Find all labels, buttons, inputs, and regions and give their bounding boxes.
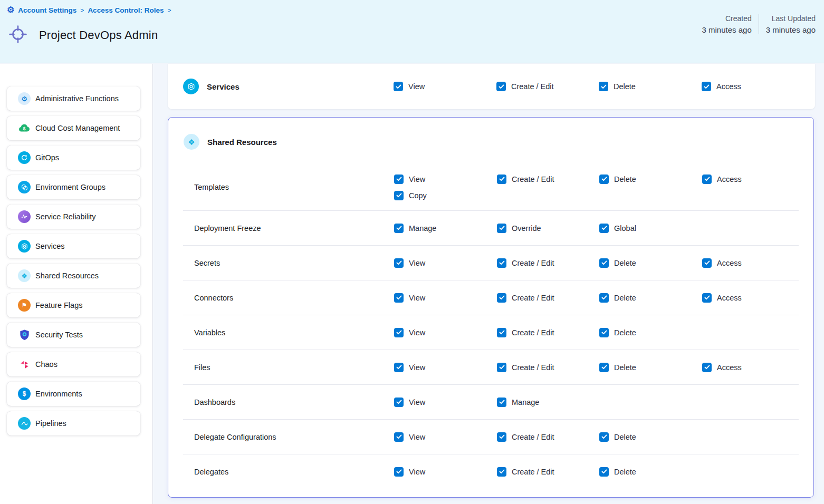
permission-cell: Manage: [497, 398, 599, 407]
permission-checkbox-create-edit[interactable]: Create / Edit: [496, 82, 554, 91]
page-header: ⚙ Account Settings > Access Control: Rol…: [0, 0, 824, 63]
breadcrumb: ⚙ Account Settings > Access Control: Rol…: [7, 6, 171, 14]
sidebar-item-environment-groups[interactable]: Environment Groups: [7, 175, 140, 199]
permission-checkbox-view[interactable]: View: [394, 82, 425, 91]
checkbox-label: Delete: [614, 259, 636, 267]
checkbox-checked-icon: [497, 398, 506, 407]
sidebar-item-feature-flags[interactable]: ⚑Feature Flags: [7, 293, 140, 317]
sidebar-item-shared-resources[interactable]: ❖Shared Resources: [7, 264, 140, 288]
permission-checkbox-copy[interactable]: Copy: [394, 191, 427, 200]
permission-checkbox-access[interactable]: Access: [702, 258, 742, 268]
breadcrumb-link-account-settings[interactable]: Account Settings: [18, 6, 76, 14]
checkbox-label: Delete: [614, 363, 636, 372]
sidebar-item-chaos[interactable]: Chaos: [7, 352, 140, 376]
permission-cell: Delete: [599, 175, 702, 184]
permission-cell: Create / Edit: [497, 467, 599, 477]
pipelines-icon: [18, 417, 31, 430]
checkbox-checked-icon: [394, 398, 404, 407]
permission-checkbox-create-edit[interactable]: Create / Edit: [497, 363, 554, 372]
permission-checkbox-create-edit[interactable]: Create / Edit: [497, 432, 554, 442]
permission-checkbox-override[interactable]: Override: [497, 224, 541, 233]
permission-checkbox-view[interactable]: View: [394, 398, 425, 407]
checkbox-label: View: [409, 328, 425, 337]
checkbox-checked-icon: [394, 175, 404, 184]
permission-cell: Delete: [599, 328, 702, 337]
checkbox-label: Access: [716, 82, 741, 91]
checkbox-checked-icon: [497, 258, 506, 268]
permission-cell: View: [394, 258, 497, 268]
resource-label: Secrets: [194, 259, 394, 267]
sidebar-item-label: Cloud Cost Management: [35, 124, 120, 132]
breadcrumb-link-access-control-roles[interactable]: Access Control: Roles: [88, 6, 164, 14]
checkbox-label: Access: [717, 175, 742, 183]
permission-checkbox-access[interactable]: Access: [702, 293, 742, 303]
security-tests-icon: [18, 328, 31, 341]
permission-checkbox-manage[interactable]: Manage: [394, 224, 436, 233]
checkbox-checked-icon: [702, 82, 711, 91]
chaos-icon: [18, 358, 31, 371]
permission-checkbox-delete[interactable]: Delete: [599, 328, 636, 337]
permission-checkbox-delete[interactable]: Delete: [599, 175, 636, 184]
permission-checkbox-access[interactable]: Access: [702, 363, 742, 372]
sidebar-item-label: Service Reliability: [35, 212, 95, 221]
permission-checkbox-view[interactable]: View: [394, 432, 425, 442]
sidebar-item-security-tests[interactable]: Security Tests: [7, 323, 140, 347]
permission-cell: Access: [702, 363, 813, 372]
permission-checkbox-view[interactable]: View: [394, 293, 425, 303]
permission-checkbox-delete[interactable]: Delete: [599, 363, 636, 372]
permission-checkbox-delete[interactable]: Delete: [599, 293, 636, 303]
permission-checkbox-delete[interactable]: Delete: [599, 432, 636, 442]
permission-checkbox-access[interactable]: Access: [702, 175, 742, 184]
permission-checkbox-view[interactable]: View: [394, 175, 425, 184]
sidebar-item-gitops[interactable]: GitOps: [7, 146, 140, 170]
permission-checkbox-view[interactable]: View: [394, 363, 425, 372]
permission-cell: Access: [702, 258, 813, 268]
resource-label: Delegates: [194, 468, 394, 476]
sidebar-item-label: Environment Groups: [35, 183, 106, 191]
checkbox-label: Access: [717, 259, 742, 267]
permission-checkbox-create-edit[interactable]: Create / Edit: [497, 467, 554, 477]
checkbox-checked-icon: [394, 432, 404, 442]
last-updated-label: Last Updated: [766, 14, 816, 23]
checkbox-label: Create / Edit: [512, 175, 554, 183]
permission-checkbox-manage[interactable]: Manage: [497, 398, 539, 407]
sidebar-item-label: Pipelines: [35, 419, 66, 428]
permission-checkbox-access[interactable]: Access: [702, 82, 741, 91]
checkbox-label: Create / Edit: [512, 259, 554, 267]
permission-checkbox-delete[interactable]: Delete: [599, 467, 636, 477]
checkbox-label: Create / Edit: [512, 433, 554, 441]
sidebar-item-pipelines[interactable]: Pipelines: [7, 411, 140, 435]
permission-checkbox-view[interactable]: View: [394, 328, 425, 337]
checkbox-checked-icon: [394, 363, 404, 372]
permission-checkbox-view[interactable]: View: [394, 258, 425, 268]
permission-checkbox-create-edit[interactable]: Create / Edit: [497, 175, 554, 184]
sidebar-item-environments[interactable]: $Environments: [7, 382, 140, 406]
checkbox-checked-icon: [599, 258, 609, 268]
services-hexagon-icon: [183, 79, 199, 94]
resource-label: Delegate Configurations: [194, 433, 394, 441]
permission-checkbox-delete[interactable]: Delete: [599, 258, 636, 268]
checkbox-label: View: [408, 82, 425, 91]
breadcrumb-separator: >: [167, 7, 171, 14]
permission-checkbox-global[interactable]: Global: [599, 224, 636, 233]
cloud-cost-icon: $: [18, 122, 31, 134]
permission-cell: Delete: [599, 467, 702, 477]
permission-checkbox-delete[interactable]: Delete: [599, 82, 636, 91]
permission-checkbox-create-edit[interactable]: Create / Edit: [497, 328, 554, 337]
checkbox-label: Create / Edit: [512, 468, 554, 476]
permission-checkbox-create-edit[interactable]: Create / Edit: [497, 293, 554, 303]
feature-flags-icon: ⚑: [18, 299, 31, 312]
sidebar-item-cloud-cost-management[interactable]: $Cloud Cost Management: [7, 116, 140, 140]
permission-row-variables: VariablesViewCreate / EditDelete: [168, 315, 813, 350]
permission-checkbox-create-edit[interactable]: Create / Edit: [497, 258, 554, 268]
permission-cell: Delete: [599, 363, 702, 372]
checkbox-checked-icon: [394, 82, 403, 91]
checkbox-checked-icon: [394, 467, 404, 477]
checkbox-label: Override: [512, 224, 541, 232]
permission-cell: Delete: [599, 82, 702, 91]
permission-cell: View: [394, 82, 496, 91]
sidebar-item-administrative-functions[interactable]: ⚙Administrative Functions: [7, 86, 140, 111]
sidebar-item-service-reliability[interactable]: Service Reliability: [7, 205, 140, 229]
permission-checkbox-view[interactable]: View: [394, 467, 425, 477]
sidebar-item-services[interactable]: Services: [7, 234, 140, 258]
